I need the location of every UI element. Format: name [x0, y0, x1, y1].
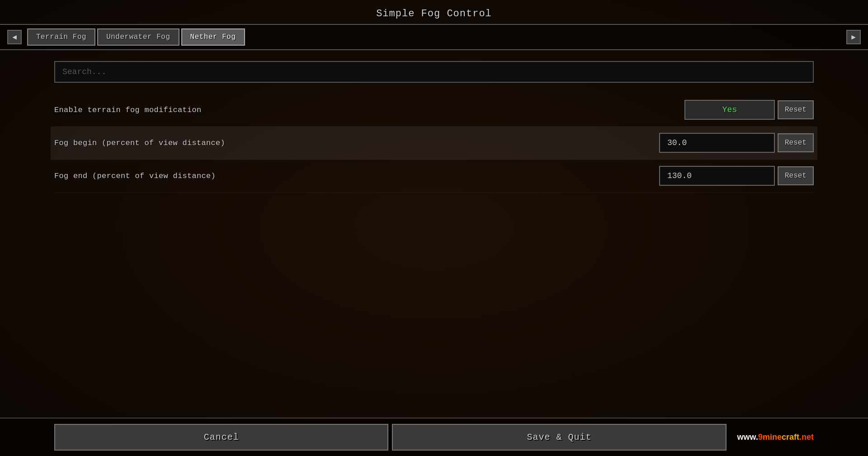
- watermark-net: .net: [799, 432, 814, 442]
- reset-fog-begin[interactable]: Reset: [778, 133, 814, 152]
- setting-control-enable-fog: Yes Reset: [684, 100, 814, 120]
- watermark-craft: craft: [782, 432, 799, 442]
- page-title: Simple Fog Control: [0, 0, 868, 24]
- tab-terrain[interactable]: Terrain Fog: [27, 28, 95, 46]
- watermark-nine: 9: [758, 432, 763, 442]
- tab-underwater[interactable]: Underwater Fog: [97, 28, 179, 46]
- nav-arrow-right[interactable]: ▶: [846, 30, 861, 44]
- setting-label-enable-fog: Enable terrain fog modification: [54, 106, 684, 114]
- tabs-container: Terrain Fog Underwater Fog Nether Fog: [27, 28, 245, 46]
- setting-label-fog-begin: Fog begin (percent of view distance): [54, 139, 659, 147]
- watermark-mine: mine: [763, 432, 782, 442]
- search-bar-wrapper: [54, 61, 814, 83]
- nav-arrow-left[interactable]: ◀: [7, 30, 22, 44]
- input-fog-begin[interactable]: [659, 133, 775, 153]
- setting-row-fog-end: Fog end (percent of view distance) Reset: [54, 160, 814, 193]
- search-input[interactable]: [54, 61, 814, 83]
- page-wrapper: Simple Fog Control ◀ Terrain Fog Underwa…: [0, 0, 868, 456]
- setting-control-fog-begin: Reset: [659, 133, 814, 153]
- setting-row-fog-begin: Fog begin (percent of view distance) Res…: [51, 127, 817, 160]
- reset-enable-fog[interactable]: Reset: [778, 100, 814, 119]
- tabs-row: ◀ Terrain Fog Underwater Fog Nether Fog …: [0, 24, 868, 50]
- tab-nether[interactable]: Nether Fog: [181, 28, 245, 46]
- main-content: Enable terrain fog modification Yes Rese…: [0, 50, 868, 418]
- footer: Cancel Save & Quit www.9minecraft.net: [0, 418, 868, 456]
- cancel-button[interactable]: Cancel: [54, 424, 388, 451]
- reset-fog-end[interactable]: Reset: [778, 166, 814, 185]
- setting-control-fog-end: Reset: [659, 166, 814, 186]
- save-quit-button[interactable]: Save & Quit: [392, 424, 726, 451]
- toggle-enable-fog[interactable]: Yes: [684, 100, 775, 120]
- settings-list: Enable terrain fog modification Yes Rese…: [54, 94, 814, 193]
- watermark-www: www.: [737, 432, 758, 442]
- setting-label-fog-end: Fog end (percent of view distance): [54, 172, 659, 180]
- watermark: www.9minecraft.net: [737, 432, 814, 442]
- setting-row-enable-fog: Enable terrain fog modification Yes Rese…: [54, 94, 814, 127]
- input-fog-end[interactable]: [659, 166, 775, 186]
